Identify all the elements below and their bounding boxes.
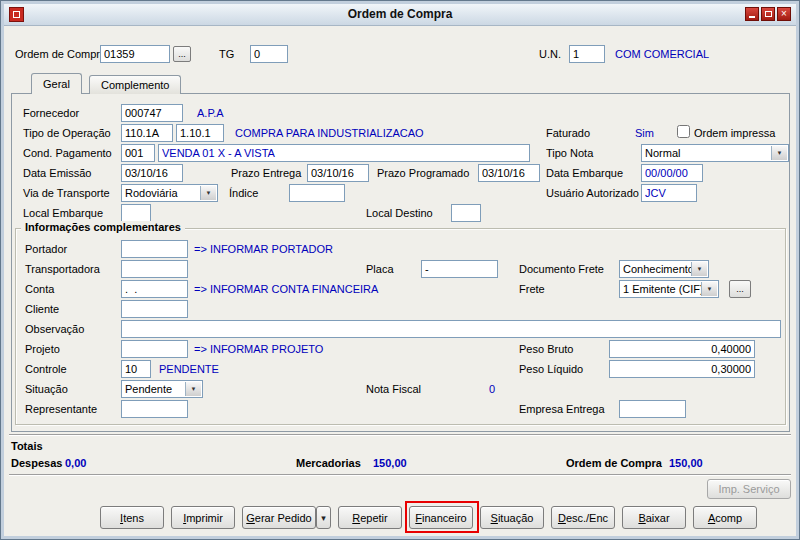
peso-liquido-label: Peso Líquido	[519, 363, 583, 376]
local-destino-label: Local Destino	[366, 207, 433, 220]
portador-input[interactable]	[121, 240, 188, 258]
cond-pagamento-label: Cond. Pagamento	[23, 147, 112, 160]
placa-input[interactable]	[421, 260, 498, 278]
placa-label: Placa	[366, 263, 394, 276]
documento-frete-select[interactable]: Conhecimento	[619, 260, 709, 278]
desc-enc-button[interactable]: Desc./Enc	[551, 506, 615, 529]
faturado-label: Faturado	[546, 127, 590, 140]
portador-hint: => INFORMAR PORTADOR	[194, 243, 333, 256]
tab-complemento-label: Complemento	[101, 79, 169, 91]
repetir-button[interactable]: Repetir	[338, 506, 402, 529]
peso-bruto-label: Peso Bruto	[519, 343, 573, 356]
chevron-down-icon[interactable]	[701, 282, 717, 296]
via-transporte-value: Rodoviária	[125, 187, 200, 199]
local-destino-input[interactable]	[451, 204, 481, 222]
cliente-input[interactable]	[121, 300, 188, 318]
frete-value: 1 Emitente (CIF)	[623, 283, 701, 295]
baixar-button[interactable]: Baixar	[622, 506, 686, 529]
tab-complemento[interactable]: Complemento	[89, 75, 181, 94]
chevron-down-icon[interactable]	[185, 382, 201, 396]
projeto-input[interactable]	[121, 340, 188, 358]
un-input[interactable]	[569, 45, 605, 63]
indice-input[interactable]	[289, 184, 345, 202]
transportadora-input[interactable]	[121, 260, 188, 278]
close-icon[interactable]	[777, 7, 791, 21]
prazo-programado-label: Prazo Programado	[377, 167, 469, 180]
cond-pagamento-desc-input[interactable]	[158, 144, 530, 162]
data-emissao-label: Data Emissão	[23, 167, 91, 180]
empresa-entrega-input[interactable]	[619, 400, 686, 418]
minimize-icon[interactable]	[745, 7, 759, 21]
via-transporte-label: Via de Transporte	[23, 187, 110, 200]
representante-label: Representante	[25, 403, 97, 416]
financeiro-button[interactable]: Financeiro	[409, 506, 473, 529]
tipo-operacao-sub-input[interactable]	[176, 124, 224, 142]
chevron-down-icon[interactable]	[691, 262, 707, 276]
titlebar: Ordem de Compra	[2, 2, 798, 26]
peso-liquido-input[interactable]	[609, 360, 755, 378]
situacao-select[interactable]: Pendente	[121, 380, 203, 398]
projeto-label: Projeto	[25, 343, 60, 356]
controle-status: PENDENTE	[159, 363, 219, 376]
empresa-entrega-label: Empresa Entrega	[519, 403, 605, 416]
financeiro-label: Financeiro	[415, 512, 466, 524]
prazo-entrega-label: Prazo Entrega	[231, 167, 301, 180]
representante-input[interactable]	[121, 400, 188, 418]
tab-geral[interactable]: Geral	[31, 73, 82, 94]
conta-hint: => INFORMAR CONTA FINANCEIRA	[194, 283, 378, 296]
app-icon	[9, 7, 24, 22]
situacao-button-label: Situação	[491, 512, 534, 524]
cond-pagamento-code-input[interactable]	[121, 144, 155, 162]
data-embarque-input[interactable]	[641, 164, 703, 182]
usuario-autorizado-input[interactable]	[641, 184, 697, 202]
acomp-button[interactable]: Acomp	[693, 506, 757, 529]
imprimir-label: Imprimir	[183, 512, 223, 524]
itens-button[interactable]: Itens	[100, 506, 164, 529]
chevron-down-icon[interactable]	[771, 146, 787, 160]
conta-input[interactable]	[121, 280, 188, 298]
ordem-de-compra-window: Ordem de Compra Ordem de Compra ... TG U…	[0, 0, 800, 540]
via-transporte-select[interactable]: Rodoviária	[121, 184, 218, 202]
divider	[9, 434, 791, 436]
data-emissao-input[interactable]	[121, 164, 183, 182]
ordem-impressa-checkbox[interactable]	[677, 125, 690, 138]
portador-label: Portador	[25, 243, 67, 256]
fornecedor-input[interactable]	[121, 104, 183, 122]
projeto-hint: => INFORMAR PROJETO	[194, 343, 323, 356]
frete-browse-button[interactable]: ...	[729, 280, 751, 298]
despesas-value: 0,00	[65, 457, 86, 470]
fornecedor-name: A.P.A	[197, 107, 224, 120]
imprimir-button[interactable]: Imprimir	[171, 506, 235, 529]
desc-enc-label: Desc./Enc	[558, 512, 608, 524]
itens-label: Itens	[120, 512, 144, 524]
frete-select[interactable]: 1 Emitente (CIF)	[619, 280, 719, 298]
baixar-label: Baixar	[638, 512, 669, 524]
order-number-label: Ordem de Compra	[15, 48, 106, 61]
repetir-label: Repetir	[352, 512, 387, 524]
transportadora-label: Transportadora	[25, 263, 100, 276]
conta-label: Conta	[25, 283, 54, 296]
imp-servico-button[interactable]: Imp. Serviço	[707, 479, 791, 499]
gerar-pedido-dropdown-icon[interactable]	[316, 506, 331, 529]
tipo-operacao-code-input[interactable]	[121, 124, 173, 142]
controle-input[interactable]	[121, 360, 151, 378]
tipo-nota-select[interactable]: Normal	[641, 144, 789, 162]
gerar-pedido-label: Gerar Pedido	[246, 512, 311, 524]
tg-input[interactable]	[250, 45, 288, 63]
observacao-input[interactable]	[121, 320, 781, 338]
gerar-pedido-button[interactable]: Gerar Pedido	[242, 506, 316, 529]
peso-bruto-input[interactable]	[609, 340, 755, 358]
situacao-value: Pendente	[125, 383, 185, 395]
maximize-icon[interactable]	[761, 7, 775, 21]
prazo-entrega-input[interactable]	[307, 164, 369, 182]
situacao-button[interactable]: Situação	[480, 506, 544, 529]
chevron-down-icon[interactable]	[200, 186, 216, 200]
tab-geral-label: Geral	[43, 78, 70, 90]
order-browse-label: ...	[178, 49, 186, 59]
un-label: U.N.	[539, 48, 561, 61]
nota-fiscal-value: 0	[489, 383, 495, 396]
prazo-programado-input[interactable]	[478, 164, 540, 182]
order-number-input[interactable]	[100, 45, 170, 63]
order-browse-button[interactable]: ...	[173, 46, 191, 62]
local-embarque-input[interactable]	[121, 204, 151, 222]
